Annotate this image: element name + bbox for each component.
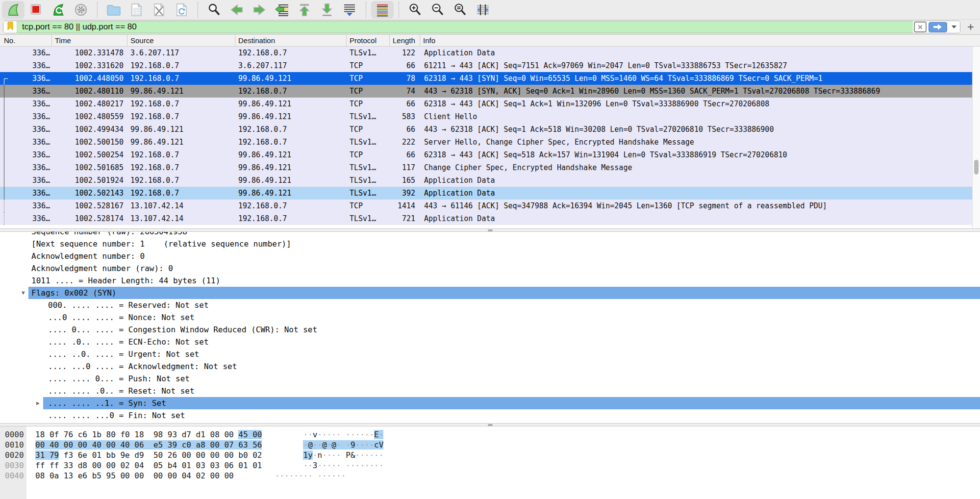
detail-line[interactable]: [Next sequence number: 1 (relative seque…: [0, 238, 980, 250]
detail-line[interactable]: .... ..0. .... = Urgent: Not set: [0, 348, 980, 360]
detail-line[interactable]: Sequence number (raw): 2665041958: [0, 232, 980, 238]
list-details-splitter[interactable]: [0, 228, 980, 232]
packet-row[interactable]: 336…1002.3314783.6.207.117192.168.0.7TLS…: [0, 47, 980, 59]
go-last-packet-button[interactable]: [316, 1, 338, 19]
packet-row[interactable]: 336…1002.448050192.168.0.799.86.49.121TC…: [0, 72, 980, 85]
go-first-packet-button[interactable]: [293, 1, 316, 19]
packet-row[interactable]: 336…1002.502143192.168.0.799.86.49.121TL…: [0, 187, 980, 200]
cell-no: 336…: [9, 212, 52, 225]
detail-line[interactable]: Acknowledgment number: 0: [0, 250, 980, 262]
detail-line[interactable]: .... .0.. .... = ECN-Echo: Not set: [0, 336, 980, 348]
save-file-button[interactable]: 010100110101110: [125, 1, 148, 19]
hex-bytes[interactable]: 08 0a 13 e6 b5 95 00 00 00 00 04 02 00 0…: [35, 471, 234, 480]
zoom-in-button[interactable]: [404, 1, 427, 19]
detail-line[interactable]: ▼Flags: 0x002 (SYN): [0, 287, 980, 299]
detail-line[interactable]: .... ...0 .... = Acknowledgment: Not set: [0, 360, 980, 373]
restart-capture-button[interactable]: [47, 1, 70, 19]
hex-ascii[interactable]: ··v····· ······E·: [303, 430, 383, 439]
detail-line[interactable]: 000. .... .... = Reserved: Not set: [0, 299, 980, 311]
auto-scroll-button[interactable]: [338, 1, 361, 19]
colorize-packets-button[interactable]: [371, 1, 394, 19]
hex-bytes[interactable]: 18 0f 76 c6 1b 80 f0 18 98 93 d7 d1 08 0…: [35, 430, 262, 439]
hex-offset: 0010: [0, 440, 26, 450]
detail-line[interactable]: ...0 .... .... = Nonce: Not set: [0, 311, 980, 324]
display-filter-input[interactable]: tcp.port == 80 || udp.port == 80: [17, 21, 913, 33]
column-header-length[interactable]: Length: [390, 35, 420, 46]
cell-length: 1414: [390, 200, 420, 212]
packet-row[interactable]: 336…1002.50015099.86.49.121192.168.0.7TL…: [0, 136, 980, 149]
column-header-time[interactable]: Time: [52, 35, 127, 46]
filter-apply-button[interactable]: [928, 21, 948, 33]
column-header-destination[interactable]: Destination: [235, 35, 347, 46]
start-capture-button[interactable]: [2, 1, 25, 19]
add-filter-button[interactable]: +: [964, 21, 977, 33]
hex-row[interactable]: 002031 79 f3 6e 01 bb 9e d9 50 26 00 00 …: [0, 450, 980, 460]
detail-line[interactable]: 1011 .... = Header Length: 44 bytes (11): [0, 274, 980, 287]
cell-no: 336…: [9, 149, 52, 161]
packet-row[interactable]: 336…1002.500254192.168.0.799.86.49.121TC…: [0, 149, 980, 161]
detail-line[interactable]: .... .... ...0 = Fin: Not set: [0, 409, 980, 422]
packet-row[interactable]: 336…1002.49943499.86.49.121192.168.0.7TC…: [0, 123, 980, 136]
zoom-reset-button[interactable]: [449, 1, 472, 19]
hex-row[interactable]: 000018 0f 76 c6 1b 80 f0 18 98 93 d7 d1 …: [0, 429, 980, 440]
hex-bytes[interactable]: 31 79 f3 6e 01 bb 9e d9 50 26 00 00 00 0…: [35, 450, 262, 460]
details-hex-splitter[interactable]: [0, 423, 980, 426]
cell-destination: 99.86.49.121: [235, 72, 347, 85]
detail-line[interactable]: Acknowledgment number (raw): 0: [0, 262, 980, 274]
go-back-button[interactable]: [226, 1, 248, 19]
filter-clear-button[interactable]: ✕: [913, 21, 928, 33]
packet-row[interactable]: 336…1002.480559192.168.0.799.86.49.121TL…: [0, 110, 980, 123]
collapsed-triangle-icon[interactable]: ▶: [36, 397, 40, 409]
packet-row[interactable]: 336…1002.52817413.107.42.14192.168.0.7TL…: [0, 212, 980, 225]
cell-info: Application Data: [420, 187, 980, 200]
cell-source: 192.168.0.7: [127, 72, 235, 85]
capture-options-button[interactable]: [70, 1, 92, 19]
detail-line[interactable]: .... .... 0... = Push: Not set: [0, 373, 980, 385]
hex-bytes[interactable]: 00 40 00 00 40 00 40 06 e5 39 c0 a8 00 0…: [35, 440, 262, 449]
display-filter-field[interactable]: tcp.port == 80 || udp.port == 80 ✕: [3, 21, 960, 33]
go-to-packet-button[interactable]: [271, 1, 293, 19]
hex-row[interactable]: 004008 0a 13 e6 b5 95 00 00 00 00 04 02 …: [0, 471, 980, 481]
detail-line[interactable]: .... .... .0.. = Reset: Not set: [0, 385, 980, 397]
hex-ascii[interactable]: ··3····· ········: [303, 461, 383, 470]
expanded-triangle-icon[interactable]: ▼: [22, 287, 25, 299]
column-header-info[interactable]: Info: [420, 35, 980, 46]
reload-file-button[interactable]: [170, 1, 193, 19]
packet-row[interactable]: 336…1002.501685192.168.0.799.86.49.121TL…: [0, 161, 980, 174]
goto-icon: [275, 3, 289, 17]
related-packet-mark-icon: [4, 161, 8, 174]
gear-icon: [74, 3, 88, 17]
cell-no: 336…: [9, 174, 52, 187]
find-packet-button[interactable]: [203, 1, 226, 19]
column-header-protocol[interactable]: Protocol: [347, 35, 390, 46]
resize-columns-button[interactable]: [472, 1, 494, 19]
packet-row[interactable]: 336…1002.52816713.107.42.14192.168.0.7TC…: [0, 200, 980, 212]
filter-history-dropdown[interactable]: [948, 21, 960, 33]
hex-row[interactable]: 001000 40 00 00 40 00 40 06 e5 39 c0 a8 …: [0, 440, 980, 450]
detail-line[interactable]: ▶.... .... ..1. = Syn: Set: [0, 397, 980, 409]
filter-bookmark-button[interactable]: [3, 21, 17, 33]
display-filter-value: tcp.port == 80 || udp.port == 80: [22, 22, 137, 32]
go-forward-button[interactable]: [248, 1, 271, 19]
packet-row[interactable]: 336…1002.331620192.168.0.73.6.207.117TCP…: [0, 59, 980, 72]
column-header-no[interactable]: No.: [0, 35, 52, 46]
close-file-button[interactable]: [148, 1, 170, 19]
hex-bytes[interactable]: ff ff 33 d8 00 00 02 04 05 b4 01 03 03 0…: [35, 461, 262, 470]
toolbar-separator: [399, 2, 399, 18]
hex-ascii[interactable]: 1y·n···· P&······: [303, 450, 383, 460]
packet-list-scrollbar[interactable]: [972, 47, 980, 228]
open-file-button[interactable]: [102, 1, 125, 19]
hex-ascii[interactable]: ·@··@·@· ·9····cV: [303, 440, 383, 449]
related-packet-gutter: [0, 110, 9, 123]
packet-row[interactable]: 336…1002.48011099.86.49.121192.168.0.7TC…: [0, 85, 980, 98]
detail-line[interactable]: .... 0... .... = Congestion Window Reduc…: [0, 324, 980, 336]
stop-capture-button[interactable]: [25, 1, 47, 19]
cell-time: 1002.480217: [52, 98, 127, 110]
hex-ascii[interactable]: ········ ······: [275, 471, 346, 480]
zoom-out-button[interactable]: [427, 1, 449, 19]
scrollbar-thumb[interactable]: [974, 160, 979, 175]
hex-row[interactable]: 0030ff ff 33 d8 00 00 02 04 05 b4 01 03 …: [0, 460, 980, 471]
packet-row[interactable]: 336…1002.480217192.168.0.799.86.49.121TC…: [0, 98, 980, 110]
packet-row[interactable]: 336…1002.501924192.168.0.799.86.49.121TL…: [0, 174, 980, 187]
column-header-source[interactable]: Source: [127, 35, 235, 46]
